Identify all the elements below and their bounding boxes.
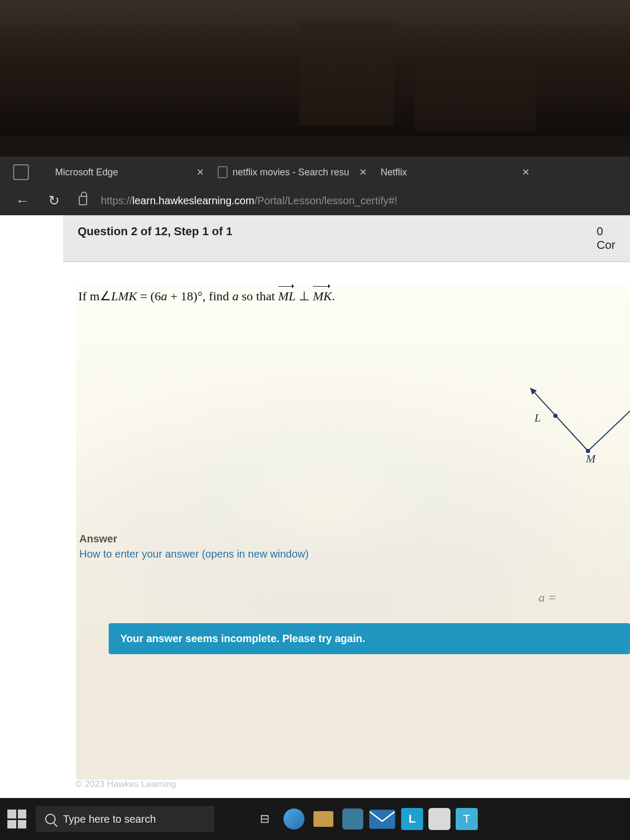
- app-pet-icon[interactable]: [428, 808, 450, 830]
- refresh-icon[interactable]: ↻: [47, 193, 61, 209]
- answer-error-banner: Your answer seems incomplete. Please try…: [109, 623, 630, 654]
- lock-icon[interactable]: [79, 196, 87, 205]
- svg-point-3: [553, 414, 558, 418]
- tab-label: Microsoft Edge: [55, 167, 118, 178]
- app-L-icon[interactable]: L: [401, 808, 423, 830]
- back-icon[interactable]: ←: [16, 193, 29, 209]
- copyright-text: © 2023 Hawkes Learning: [76, 779, 176, 790]
- task-view-icon[interactable]: ⊟: [251, 805, 278, 833]
- tab-overview-icon[interactable]: [13, 164, 29, 180]
- svg-rect-5: [369, 810, 395, 828]
- windows-taskbar: Type here to search ⊟ L T: [0, 798, 630, 840]
- address-bar: ← ↻ https://learn.hawkeslearning.com/Por…: [0, 186, 630, 215]
- vertex-label-L: L: [534, 411, 541, 425]
- desk-background: [0, 0, 630, 136]
- file-explorer-icon[interactable]: [310, 805, 337, 833]
- angle-diagram: L M: [520, 377, 630, 482]
- vertex-label-M: M: [586, 452, 595, 466]
- question-body: If m∠LMK = (6a + 18)°, find a so that ML…: [76, 286, 630, 780]
- search-icon: [45, 814, 56, 824]
- app-T-icon[interactable]: T: [456, 808, 478, 830]
- mail-icon[interactable]: [369, 805, 396, 833]
- browser-chrome: Microsoft Edge ✕ netflix movies - Search…: [0, 156, 630, 215]
- tab-label: Netflix: [381, 167, 407, 178]
- tab-edge[interactable]: Microsoft Edge ✕: [50, 159, 213, 186]
- question-header-bar: Question 2 of 12, Step 1 of 1 0 Cor: [63, 215, 630, 262]
- answer-variable-label: a =: [539, 591, 556, 605]
- start-icon[interactable]: [7, 810, 26, 828]
- tab-netflix[interactable]: Netflix ✕: [375, 159, 538, 186]
- close-icon[interactable]: ✕: [356, 166, 370, 178]
- cortana-icon[interactable]: [284, 808, 304, 830]
- close-icon[interactable]: ✕: [519, 166, 533, 178]
- tab-search[interactable]: netflix movies - Search resu ✕: [213, 159, 375, 186]
- answer-section: Answer How to enter your answer (opens i…: [79, 533, 630, 654]
- question-status: 0 Cor: [597, 225, 615, 252]
- tab-label: netflix movies - Search resu: [233, 167, 349, 178]
- answer-heading: Answer: [79, 533, 630, 545]
- store-icon[interactable]: [342, 808, 363, 830]
- svg-line-1: [588, 398, 630, 451]
- url-field[interactable]: https://learn.hawkeslearning.com/Portal/…: [101, 195, 614, 207]
- search-placeholder: Type here to search: [63, 813, 156, 825]
- tab-strip: Microsoft Edge ✕ netflix movies - Search…: [0, 159, 630, 186]
- question-counter: Question 2 of 12, Step 1 of 1: [78, 225, 233, 252]
- question-prompt: If m∠LMK = (6a + 18)°, find a so that ML…: [76, 286, 620, 303]
- page-icon: [218, 166, 227, 178]
- page-content: Question 2 of 12, Step 1 of 1 0 Cor If m…: [0, 215, 630, 798]
- taskbar-search[interactable]: Type here to search: [36, 806, 214, 832]
- close-icon[interactable]: ✕: [193, 166, 207, 178]
- answer-help-link[interactable]: How to enter your answer (opens in new w…: [79, 548, 630, 560]
